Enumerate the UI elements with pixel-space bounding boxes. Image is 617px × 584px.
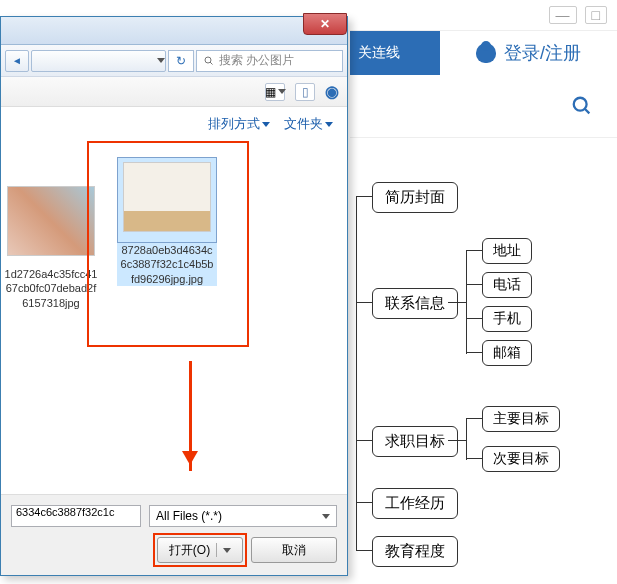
- dialog-navbar: ◄ ↻ 搜索 办公图片: [1, 45, 347, 77]
- chevron-down-icon: [322, 514, 330, 523]
- file-thumbnail: [123, 162, 211, 232]
- search-placeholder: 搜索 办公图片: [219, 52, 294, 69]
- folder-button[interactable]: 文件夹: [284, 115, 333, 133]
- annotation-arrow: [189, 361, 192, 471]
- files-area[interactable]: 1d2726a4c35fcc4167cb0fc07debad2f6157318j…: [1, 141, 347, 441]
- svg-line-3: [210, 62, 213, 65]
- search-icon: [203, 55, 215, 67]
- dialog-bottom-panel: 6334c6c3887f32c1c All Files (*.*) 打开(O) …: [1, 494, 347, 575]
- file-item[interactable]: 1d2726a4c35fcc4167cb0fc07debad2f6157318j…: [1, 181, 101, 310]
- refresh-button[interactable]: ↻: [168, 50, 194, 72]
- node-phone[interactable]: 电话: [482, 272, 532, 298]
- dialog-search-input[interactable]: 搜索 办公图片: [196, 50, 343, 72]
- login-label: 登录/注册: [504, 41, 581, 65]
- node-objective[interactable]: 求职目标: [372, 426, 458, 457]
- dialog-toolbar: ▦ ▯ ◉: [1, 77, 347, 107]
- path-field[interactable]: [31, 50, 166, 72]
- maximize-icon[interactable]: □: [585, 6, 607, 24]
- sort-by-button[interactable]: 排列方式: [208, 115, 270, 133]
- node-address[interactable]: 地址: [482, 238, 532, 264]
- node-work[interactable]: 工作经历: [372, 488, 458, 519]
- nav-item-connect[interactable]: 关连线: [350, 31, 440, 75]
- user-icon: [476, 43, 496, 63]
- node-education[interactable]: 教育程度: [372, 536, 458, 567]
- svg-line-1: [585, 109, 590, 114]
- close-button[interactable]: ✕: [303, 13, 347, 35]
- cancel-button[interactable]: 取消: [251, 537, 337, 563]
- node-mobile[interactable]: 手机: [482, 306, 532, 332]
- node-contact[interactable]: 联系信息: [372, 288, 458, 319]
- filename-input[interactable]: 6334c6c3887f32c1c: [11, 505, 141, 527]
- chevron-down-icon: [223, 548, 231, 557]
- help-icon[interactable]: ◉: [325, 82, 339, 101]
- window-controls: — □: [350, 0, 617, 31]
- node-cover[interactable]: 简历封面: [372, 182, 458, 213]
- minimize-icon[interactable]: —: [549, 6, 577, 24]
- file-filter-select[interactable]: All Files (*.*): [149, 505, 337, 527]
- open-button[interactable]: 打开(O): [157, 537, 243, 563]
- open-label: 打开(O): [169, 542, 210, 559]
- search-icon: [571, 95, 593, 117]
- dialog-titlebar[interactable]: ✕: [1, 17, 347, 45]
- login-button[interactable]: 登录/注册: [440, 41, 617, 65]
- file-name-label: 8728a0eb3d4634c6c3887f32c1c4b5bfd96296jp…: [117, 243, 217, 286]
- back-button[interactable]: ◄: [5, 50, 29, 72]
- top-nav: 关连线 登录/注册: [350, 31, 617, 75]
- view-mode-button[interactable]: ▦: [265, 83, 285, 101]
- file-name-label: 1d2726a4c35fcc4167cb0fc07debad2f6157318j…: [1, 267, 101, 310]
- file-open-dialog: ✕ ◄ ↻ 搜索 办公图片 ▦ ▯ ◉ 排列方式 文件夹 1d2726a4c35…: [0, 16, 348, 576]
- node-sec-goal[interactable]: 次要目标: [482, 446, 560, 472]
- search-area[interactable]: [350, 75, 617, 138]
- file-thumbnail: [7, 186, 95, 256]
- svg-point-0: [574, 98, 587, 111]
- node-main-goal[interactable]: 主要目标: [482, 406, 560, 432]
- filter-label: All Files (*.*): [156, 509, 222, 523]
- sort-bar: 排列方式 文件夹: [1, 107, 347, 141]
- node-email[interactable]: 邮箱: [482, 340, 532, 366]
- file-item-selected[interactable]: 8728a0eb3d4634c6c3887f32c1c4b5bfd96296jp…: [117, 157, 217, 286]
- preview-button[interactable]: ▯: [295, 83, 315, 101]
